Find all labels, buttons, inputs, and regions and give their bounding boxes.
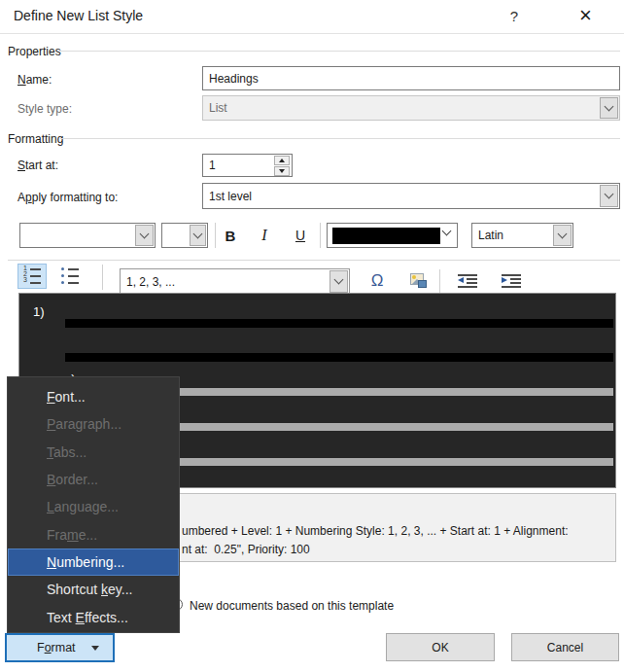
increase-indent-icon [502, 273, 521, 289]
style-type-label: Style type: [17, 102, 72, 116]
number-style-value: 1, 2, 3, ... [126, 275, 175, 289]
menu-item-font[interactable]: Font... [8, 383, 179, 410]
apply-formatting-to-value: 1st level [209, 190, 252, 203]
start-at-label: Start at: [17, 159, 58, 172]
italic-button[interactable]: I [255, 223, 274, 248]
new-documents-radio-label: New documents based on this template [190, 599, 394, 613]
insert-symbol-button[interactable]: Ω [364, 268, 391, 294]
menu-item-paragraph: Paragraph... [8, 410, 179, 438]
titlebar-divider [0, 33, 624, 34]
bold-button[interactable]: B [220, 223, 241, 248]
insert-picture-button[interactable] [404, 268, 432, 294]
close-icon[interactable]: × [579, 3, 592, 28]
help-icon[interactable]: ? [505, 8, 523, 24]
toolbar-separator [439, 269, 440, 295]
menu-item-numbering[interactable]: Numbering... [8, 548, 179, 576]
define-new-list-style-dialog: { "dialog": { "title": "Define New List … [0, 0, 624, 672]
spin-up-button[interactable] [274, 156, 290, 165]
menu-item-border: Border... [8, 466, 179, 493]
omega-icon: Ω [371, 271, 384, 291]
preview-item1-marker: 1) [33, 304, 45, 319]
format-button[interactable]: Format [5, 633, 115, 662]
properties-section-label: Properties [8, 45, 61, 58]
formatting-section-line [60, 138, 620, 139]
numbered-list-button[interactable]: 1 2 3 [17, 264, 47, 289]
increase-indent-button[interactable] [498, 268, 525, 294]
name-label: Name: [17, 73, 52, 87]
apply-formatting-to-label: Apply formatting to: [17, 191, 118, 204]
description-line1: umbered + Level: 1 + Numbering Style: 1,… [182, 524, 569, 538]
numbered-list-icon: 1 2 3 [23, 267, 41, 285]
formatting-section-label: Formatting [8, 132, 63, 146]
style-type-dropdown-arrow [600, 97, 618, 119]
language-combo[interactable]: Latin [471, 223, 573, 248]
menu-item-language: Language... [8, 493, 179, 520]
spin-down-button[interactable] [274, 166, 290, 176]
preview-text-bar-black [65, 319, 613, 328]
cancel-button[interactable]: Cancel [511, 633, 619, 661]
preview-text-bar-black [65, 353, 613, 362]
toolbar-separator [320, 223, 321, 248]
picture-icon [410, 273, 427, 289]
bullet-list-icon [61, 267, 79, 285]
menu-item-text-effects[interactable]: Text Effects... [8, 604, 179, 631]
style-type-combo: List [202, 95, 620, 121]
language-dropdown-arrow[interactable] [553, 225, 572, 246]
font-size-combo[interactable] [161, 223, 208, 248]
style-type-value: List [209, 101, 227, 115]
decrease-indent-icon [458, 273, 477, 289]
description-line2: nt at: 0.25", Priority: 100 [182, 543, 310, 556]
name-input[interactable]: Headings [202, 66, 620, 90]
menu-item-tabs: Tabs... [8, 439, 179, 466]
underline-button[interactable]: U [290, 223, 311, 248]
font-name-combo[interactable] [19, 223, 156, 248]
ok-button[interactable]: OK [386, 633, 495, 661]
number-style-combo[interactable]: 1, 2, 3, ... [120, 268, 350, 295]
properties-section-line [60, 51, 620, 52]
format-button-label: Format [37, 641, 76, 654]
apply-formatting-dropdown-arrow[interactable] [600, 185, 618, 207]
toolbar-separator [102, 265, 103, 290]
number-style-dropdown-arrow[interactable] [329, 270, 348, 293]
toolbar-row-divider [8, 260, 620, 261]
menu-item-shortcut-key[interactable]: Shortcut key... [8, 576, 179, 603]
font-color-dropdown-arrow[interactable] [442, 227, 452, 236]
font-color-swatch [332, 228, 440, 244]
font-size-dropdown-arrow[interactable] [190, 225, 206, 246]
format-menu: Font...Paragraph...Tabs...Border...Langu… [7, 376, 180, 633]
bullet-list-button[interactable] [55, 264, 85, 289]
name-input-value: Headings [209, 72, 259, 86]
menu-item-frame: Frame... [8, 521, 179, 548]
start-at-value: 1 [209, 159, 216, 172]
start-at-spinner[interactable]: 1 [202, 154, 293, 177]
dropdown-triangle-icon [91, 646, 99, 651]
font-color-combo[interactable] [327, 223, 458, 248]
dialog-title: Define New List Style [14, 8, 143, 23]
language-value: Latin [478, 229, 503, 242]
toolbar-separator [215, 223, 216, 248]
font-name-dropdown-arrow[interactable] [135, 225, 154, 246]
apply-formatting-to-combo[interactable]: 1st level [202, 183, 620, 209]
decrease-indent-button[interactable] [454, 268, 481, 294]
